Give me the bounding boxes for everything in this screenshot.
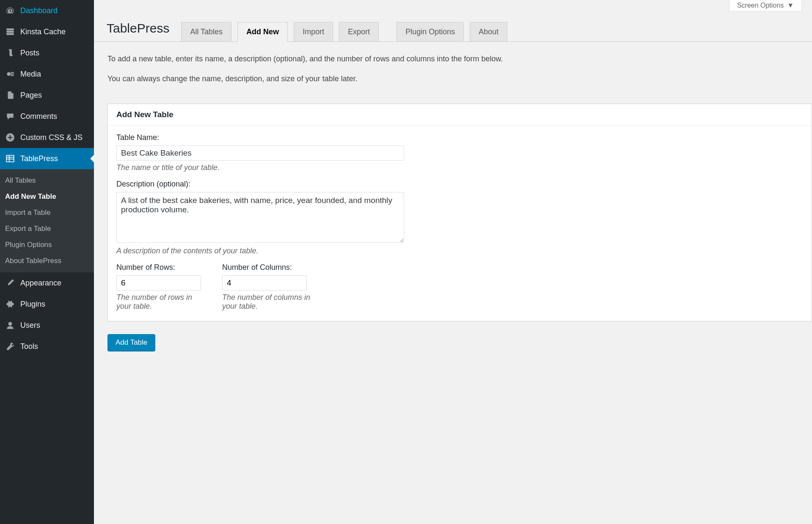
svg-rect-1 [6, 31, 14, 33]
tab-about[interactable]: About [470, 22, 507, 42]
user-icon [5, 320, 15, 330]
sidebar-label: Users [20, 321, 40, 330]
svg-rect-0 [6, 28, 14, 30]
rows-cols-row: Number of Rows: The number of rows in yo… [116, 263, 803, 311]
server-icon [5, 27, 15, 37]
sidebar-item-tools[interactable]: Tools [0, 336, 94, 357]
plus-circle-icon [5, 132, 15, 143]
sidebar-submenu: All Tables Add New Table Import a Table … [0, 169, 94, 272]
sidebar-item-pages[interactable]: Pages [0, 85, 94, 106]
tabs: All Tables Add New Import Export Plugin … [181, 22, 507, 42]
sidebar-label: Posts [20, 49, 39, 58]
sidebar-label: TablePress [20, 154, 58, 163]
add-new-table-postbox: Add New Table Table Name: The name or ti… [107, 104, 812, 321]
sidebar-item-plugins[interactable]: Plugins [0, 294, 94, 315]
sidebar-item-posts[interactable]: Posts [0, 42, 94, 63]
cols-input[interactable] [222, 275, 307, 291]
svg-rect-5 [6, 155, 14, 162]
sidebar-label: Media [20, 70, 41, 79]
table-name-hint: The name or title of your table. [116, 163, 803, 172]
sidebar-label: Plugins [20, 300, 45, 309]
postbox-header: Add New Table [108, 104, 812, 126]
sidebar-label: Custom CSS & JS [20, 133, 83, 142]
sidebar-label: Kinsta Cache [20, 27, 66, 36]
sidebar-item-tablepress[interactable]: TablePress [0, 148, 94, 169]
description-label: Description (optional): [116, 180, 803, 189]
description-field: Description (optional): A description of… [116, 180, 803, 255]
page-title: TablePress [107, 21, 169, 41]
tab-add-new[interactable]: Add New [237, 22, 288, 42]
sidebar-item-kinsta-cache[interactable]: Kinsta Cache [0, 21, 94, 42]
pages-icon [5, 90, 15, 100]
postbox-body: Table Name: The name or title of your ta… [108, 126, 812, 321]
page-header: TablePress All Tables Add New Import Exp… [94, 21, 812, 42]
sidebar-subitem-import-table[interactable]: Import a Table [0, 205, 94, 221]
comment-icon [5, 111, 15, 121]
sidebar-subitem-add-new-table[interactable]: Add New Table [0, 189, 94, 205]
cols-field: Number of Columns: The number of columns… [222, 263, 311, 311]
sidebar-item-comments[interactable]: Comments [0, 106, 94, 127]
table-name-input[interactable] [116, 145, 404, 161]
tab-plugin-options[interactable]: Plugin Options [396, 22, 464, 42]
screen-options-label: Screen Options [737, 2, 784, 9]
wrench-icon [5, 341, 15, 351]
svg-rect-2 [6, 33, 14, 35]
rows-hint: The number of rows in your table. [116, 293, 205, 311]
sidebar-item-custom-css-js[interactable]: Custom CSS & JS [0, 127, 94, 148]
description-textarea[interactable] [116, 192, 404, 243]
sidebar-item-media[interactable]: Media [0, 63, 94, 85]
sidebar-item-users[interactable]: Users [0, 315, 94, 336]
sidebar-label: Comments [20, 112, 57, 121]
table-icon [5, 154, 15, 164]
description-hint: A description of the contents of your ta… [116, 247, 803, 255]
brush-icon [5, 278, 15, 288]
pin-icon [5, 48, 15, 58]
table-name-label: Table Name: [116, 133, 803, 142]
screen-options-button[interactable]: Screen Options ▼ [729, 0, 802, 11]
submit-area: Add Table [94, 321, 812, 364]
sidebar-label: Dashboard [20, 6, 58, 15]
intro-line-1: To add a new table, enter its name, a de… [107, 53, 798, 65]
tab-import[interactable]: Import [294, 22, 333, 42]
media-icon [5, 69, 15, 79]
sidebar-label: Tools [20, 342, 38, 351]
rows-input[interactable] [116, 275, 201, 291]
svg-point-9 [8, 322, 12, 326]
sidebar-item-dashboard[interactable]: Dashboard [0, 0, 94, 21]
add-table-button[interactable]: Add Table [107, 334, 155, 351]
sidebar-subitem-plugin-options[interactable]: Plugin Options [0, 237, 94, 253]
plugin-icon [5, 299, 15, 309]
tab-separator [385, 22, 391, 42]
svg-point-3 [7, 72, 11, 76]
cols-label: Number of Columns: [222, 263, 311, 272]
dashboard-icon [5, 5, 15, 16]
sidebar-subitem-about-tablepress[interactable]: About TablePress [0, 253, 94, 269]
rows-field: Number of Rows: The number of rows in yo… [116, 263, 205, 311]
sidebar-item-appearance[interactable]: Appearance [0, 272, 94, 294]
rows-label: Number of Rows: [116, 263, 205, 272]
sidebar-subitem-all-tables[interactable]: All Tables [0, 173, 94, 189]
intro-line-2: You can always change the name, descript… [107, 73, 798, 85]
tab-all-tables[interactable]: All Tables [181, 22, 231, 42]
sidebar-subitem-export-table[interactable]: Export a Table [0, 221, 94, 237]
cols-hint: The number of columns in your table. [222, 293, 311, 311]
sidebar-label: Pages [20, 91, 42, 100]
main-content: Screen Options ▼ TablePress All Tables A… [94, 0, 812, 524]
chevron-down-icon: ▼ [787, 2, 794, 9]
admin-sidebar: Dashboard Kinsta Cache Posts Media Pages… [0, 0, 94, 524]
sidebar-label: Appearance [20, 279, 61, 288]
intro-text: To add a new table, enter its name, a de… [94, 42, 812, 97]
table-name-field: Table Name: The name or title of your ta… [116, 133, 803, 172]
tab-export[interactable]: Export [339, 22, 379, 42]
